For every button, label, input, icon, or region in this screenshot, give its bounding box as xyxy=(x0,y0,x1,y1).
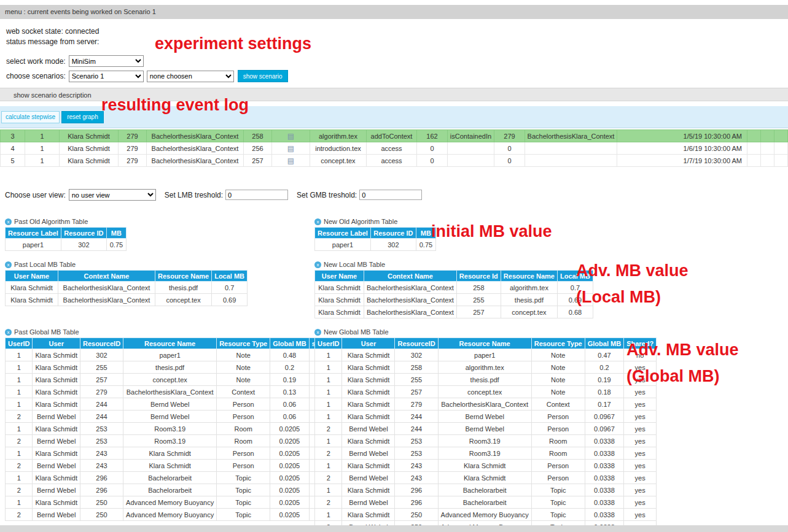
lmb-threshold-input[interactable] xyxy=(225,190,288,200)
show-scenario-button[interactable]: show scenario xyxy=(238,70,288,82)
table-cell: 0.0205 xyxy=(270,435,309,447)
column-header: Local MB xyxy=(212,271,248,282)
reset-graph-button[interactable]: reset graph xyxy=(61,111,104,123)
table-row: 2Bernd Webel296BachelorarbeitTopic0.0338… xyxy=(315,496,657,509)
table-cell xyxy=(747,142,761,155)
table-cell: 258 xyxy=(395,361,438,374)
scenarios-row: choose scenarios: Scenario 1 none choose… xyxy=(6,70,788,82)
close-icon[interactable]: x xyxy=(314,329,321,336)
menu-bar[interactable]: menu : current events being worked on Sc… xyxy=(0,5,788,19)
table-row: 1Klara Schmidt255thesis.pdfNote0.19yes xyxy=(315,374,657,386)
table-cell: 279 xyxy=(119,130,147,142)
past-local-mb-table: User NameContext NameResource NameLocal … xyxy=(5,270,248,306)
table-cell: 0.0338 xyxy=(585,496,623,509)
table-cell: 258 xyxy=(244,130,272,142)
scenario-select[interactable]: Scenario 1 xyxy=(69,71,144,82)
column-header: User xyxy=(342,338,395,349)
table-cell: Klara Schmidt xyxy=(438,472,531,484)
new-global-mb-block: x New Global MB Table UserIDUserResource… xyxy=(314,328,657,532)
table-cell: 257 xyxy=(456,306,501,318)
table-row: 1Klara Schmidt257concept.texNote0.19yes xyxy=(6,374,341,386)
table-cell: Bachelorarbeit xyxy=(438,484,531,496)
table-cell: 162 xyxy=(417,130,448,142)
table-cell: Bernd Webel xyxy=(123,398,217,411)
table-cell: 0.0338 xyxy=(585,509,623,521)
table-row: 1Klara Schmidt253Room3.19Room0.0205yes xyxy=(6,423,341,435)
table-cell: 0.19 xyxy=(270,374,309,386)
table-cell: Klara Schmidt xyxy=(342,398,395,411)
table-cell: 244 xyxy=(395,411,438,423)
table-cell: access xyxy=(367,155,417,167)
close-icon[interactable]: x xyxy=(5,329,12,336)
table-cell: Bernd Webel xyxy=(438,423,531,435)
table-cell: 0.0967 xyxy=(585,423,623,435)
table-cell: BachelorthesisKlara_Context xyxy=(58,294,155,306)
table-cell: Klara Schmidt xyxy=(60,130,119,142)
table-row: 1Klara Schmidt296BachelorarbeitTopic0.02… xyxy=(6,472,341,484)
table-cell: 253 xyxy=(395,447,438,460)
table-cell: Note xyxy=(217,361,270,374)
table-cell: 302 xyxy=(395,349,438,361)
column-header: Resource ID xyxy=(370,228,416,239)
table-cell: 1 xyxy=(25,155,60,167)
table-header-row: UserIDUserResourceIDResource NameResourc… xyxy=(315,338,657,349)
column-header: Context Name xyxy=(364,271,457,282)
past-global-mb-title-row: x Past Global MB Table xyxy=(5,328,314,336)
table-row: 1Klara Schmidt253Room3.19Room0.0338yes xyxy=(315,435,657,447)
table-cell: 0.0205 xyxy=(270,423,309,435)
table-cell: 2 xyxy=(6,484,33,496)
table-cell xyxy=(448,155,494,167)
table-cell: 0.0967 xyxy=(585,411,623,423)
table-row: 1Klara Schmidt255thesis.pdfNote0.2yes xyxy=(6,361,341,374)
close-icon[interactable]: x xyxy=(314,261,321,268)
table-cell: 5 xyxy=(1,155,25,167)
table-cell: Bachelorarbeit xyxy=(123,484,217,496)
table-cell: Klara Schmidt xyxy=(342,349,395,361)
table-cell: BachelorthesisKlara_Context xyxy=(364,282,457,294)
table-cell: Klara Schmidt xyxy=(33,349,80,361)
close-icon[interactable]: x xyxy=(5,218,12,225)
new-global-mb-table: UserIDUserResourceIDResource NameResourc… xyxy=(314,337,657,532)
table-cell: 0.0205 xyxy=(270,484,309,496)
gmb-threshold-input[interactable] xyxy=(359,190,422,200)
table-cell xyxy=(774,130,788,142)
table-cell: 279 xyxy=(395,398,438,411)
table-cell: 0.0338 xyxy=(585,484,623,496)
table-cell: 1/7/19 10:30:00 AM xyxy=(617,155,747,167)
table-cell: 0.2 xyxy=(270,361,309,374)
table-cell: 3 xyxy=(1,130,25,142)
table-cell: 2 xyxy=(6,509,33,521)
table-cell: Room3.19 xyxy=(123,435,217,447)
column-header: UserID xyxy=(6,338,33,349)
table-cell: paper1 xyxy=(315,239,371,251)
column-header: Resource ID xyxy=(61,228,106,239)
close-icon[interactable]: x xyxy=(314,218,321,225)
past-global-mb-block: x Past Global MB Table UserIDUserResourc… xyxy=(5,328,314,521)
table-cell: Note xyxy=(531,349,585,361)
table-cell: Klara Schmidt xyxy=(342,374,395,386)
table-cell: Topic xyxy=(531,509,585,521)
table-cell: yes xyxy=(624,447,657,460)
table-cell: Person xyxy=(531,423,585,435)
table-cell xyxy=(525,142,617,155)
past-local-mb-title-row: x Past Local MB Table xyxy=(5,261,314,268)
close-icon[interactable]: x xyxy=(5,261,12,268)
past-old-algorithm-title-row: x Past Old Algorithm Table xyxy=(5,218,314,225)
table-cell: thesis.pdf xyxy=(123,361,217,374)
table-cell: access xyxy=(367,142,417,155)
work-mode-select[interactable]: MiniSim xyxy=(69,55,144,67)
table-cell: 0.06 xyxy=(270,398,309,411)
table-cell: 0.47 xyxy=(585,349,623,361)
table-cell: Note xyxy=(531,386,585,398)
table-cell: thesis.pdf xyxy=(438,374,531,386)
table-cell: 1 xyxy=(6,398,33,411)
user-view-select[interactable]: no user view xyxy=(69,189,156,201)
bottom-scrollbar-strip[interactable] xyxy=(0,525,788,532)
table-cell: Person xyxy=(531,460,585,472)
table-cell: 1 xyxy=(315,460,342,472)
table-cell: 2 xyxy=(6,435,33,447)
table-cell: Bernd Webel xyxy=(342,423,395,435)
table-cell: Person xyxy=(217,447,270,460)
scenario-secondary-select[interactable]: none choosen xyxy=(147,71,234,82)
calculate-stepwise-button[interactable]: calculate stepwise xyxy=(1,111,60,123)
